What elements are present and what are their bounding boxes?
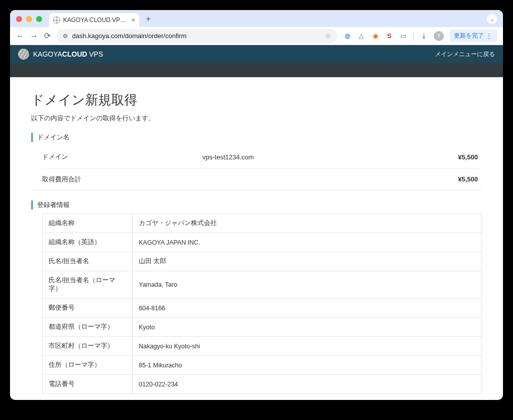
row-value: 0120-022-234 (133, 375, 482, 394)
tab-title: KAGOYA CLOUD VPS コントロ (63, 16, 128, 25)
row-label: 組織名称 (43, 214, 133, 233)
domain-total-row: 取得費用合計 ¥5,500 (42, 168, 478, 190)
row-value: Yamada, Taro (133, 271, 482, 299)
table-row: 組織名称（英語）KAGOYA JAPAN INC. (43, 233, 482, 252)
table-row: 組織名称カゴヤ・ジャパン株式会社 (43, 214, 482, 233)
row-label: 都道府県（ローマ字） (43, 318, 133, 337)
extension-icon[interactable]: ◉ (371, 32, 379, 40)
extension-icon[interactable]: S (385, 32, 393, 40)
domain-summary: ドメイン vps-test1234.com ¥5,500 取得費用合計 ¥5,5… (31, 146, 482, 190)
downloads-icon[interactable]: ⭳ (420, 32, 428, 40)
page-title: ドメイン新規取得 (31, 91, 482, 109)
profile-avatar[interactable]: Y (434, 31, 444, 41)
row-value: Kyoto (133, 318, 482, 337)
app-header: KAGOYACLOUD VPS メインメニューに戻る (10, 45, 503, 63)
menu-icon[interactable]: ⋮ (486, 33, 493, 40)
app-subheader (10, 63, 503, 77)
window-frame: KAGOYA CLOUD VPS コントロ × + ⌄ ← → ⟳ ⚙ dash… (0, 0, 513, 420)
reload-icon[interactable]: ⟳ (44, 31, 51, 41)
domain-row: ドメイン vps-test1234.com ¥5,500 (42, 146, 478, 168)
extension-icon[interactable]: △ (357, 32, 365, 40)
close-window-icon[interactable] (16, 16, 22, 22)
domain-label: ドメイン (42, 152, 202, 161)
update-label: 更新を完了 (454, 32, 484, 40)
content-scroll[interactable]: ドメイン新規取得 以下の内容でドメインの取得を行います。 ドメイン名 ドメイン … (10, 77, 503, 400)
divider (413, 32, 414, 41)
back-to-main-link[interactable]: メインメニューに戻る (435, 50, 495, 59)
row-label: 氏名/担当者名 (43, 252, 133, 271)
traffic-lights (16, 16, 42, 27)
row-label: 電話番号 (43, 375, 133, 394)
row-label: 組織名称（英語） (43, 233, 133, 252)
total-label: 取得費用合計 (42, 175, 202, 184)
back-icon[interactable]: ← (16, 32, 24, 41)
close-tab-icon[interactable]: × (131, 16, 135, 24)
section-registrant: 登録者情報 (31, 200, 482, 209)
address-bar[interactable]: ⚙ dash.kagoya.com/domain/order/confirm ☆ (57, 29, 337, 43)
table-row: 電話番号0120-022-234 (43, 375, 482, 394)
new-tab-button[interactable]: + (142, 13, 154, 25)
total-price: ¥5,500 (433, 175, 478, 183)
extension-icon[interactable]: ◍ (343, 32, 351, 40)
table-row: 氏名/担当者名山田 太郎 (43, 252, 482, 271)
browser-tab[interactable]: KAGOYA CLOUD VPS コントロ × (49, 13, 139, 27)
domain-price: ¥5,500 (433, 153, 478, 161)
table-row: 住所（ローマ字）85-1 Mikuracho (43, 356, 482, 375)
row-label: 郵便番号 (43, 299, 133, 318)
globe-icon (53, 17, 60, 24)
table-row: 都道府県（ローマ字）Kyoto (43, 318, 482, 337)
minimize-window-icon[interactable] (26, 16, 32, 22)
update-button[interactable]: 更新を完了 ⋮ (450, 30, 497, 42)
row-value: Nakagyo-ku Kyoto-shi (133, 337, 482, 356)
table-row: 氏名/担当者名（ローマ字）Yamada, Taro (43, 271, 482, 299)
url-text: dash.kagoya.com/domain/order/confirm (72, 32, 186, 40)
browser-toolbar: ← → ⟳ ⚙ dash.kagoya.com/domain/order/con… (10, 27, 503, 45)
brand-logo[interactable]: KAGOYACLOUD VPS (18, 49, 103, 60)
section-domain-name: ドメイン名 (31, 133, 482, 142)
row-label: 市区町村（ローマ字） (43, 337, 133, 356)
browser-tabbar: KAGOYA CLOUD VPS コントロ × + ⌄ (10, 10, 503, 27)
browser-chrome: KAGOYA CLOUD VPS コントロ × + ⌄ ← → ⟳ ⚙ dash… (10, 10, 503, 400)
page-lead: 以下の内容でドメインの取得を行います。 (31, 114, 482, 123)
logo-icon (18, 49, 29, 60)
row-label: 住所（ローマ字） (43, 356, 133, 375)
extensions-row: ◍ △ ◉ S ▭ ⭳ Y 更新を完了 ⋮ (343, 30, 497, 42)
tabs-menu-icon[interactable]: ⌄ (487, 14, 497, 24)
registrant-table: 組織名称カゴヤ・ジャパン株式会社組織名称（英語）KAGOYA JAPAN INC… (42, 214, 482, 394)
domain-value: vps-test1234.com (202, 153, 433, 161)
row-label: 氏名/担当者名（ローマ字） (43, 271, 133, 299)
bookmark-star-icon[interactable]: ☆ (325, 32, 331, 40)
table-row: 郵便番号604-8166 (43, 299, 482, 318)
row-value: 604-8166 (133, 299, 482, 318)
extension-icon[interactable]: ▭ (399, 32, 407, 40)
row-value: KAGOYA JAPAN INC. (133, 233, 482, 252)
brand-text: KAGOYACLOUD VPS (33, 50, 103, 58)
row-value: 山田 太郎 (133, 252, 482, 271)
table-row: 市区町村（ローマ字）Nakagyo-ku Kyoto-shi (43, 337, 482, 356)
forward-icon[interactable]: → (30, 32, 38, 41)
row-value: 85-1 Mikuracho (133, 356, 482, 375)
content: ドメイン新規取得 以下の内容でドメインの取得を行います。 ドメイン名 ドメイン … (10, 77, 503, 400)
site-info-icon[interactable]: ⚙ (63, 33, 68, 40)
maximize-window-icon[interactable] (36, 16, 42, 22)
row-value: カゴヤ・ジャパン株式会社 (133, 214, 482, 233)
